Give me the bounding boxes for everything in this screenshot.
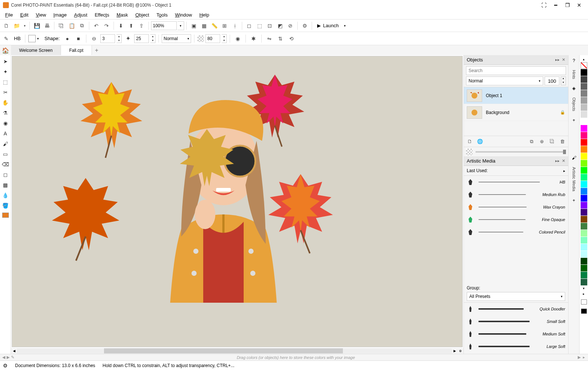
- shape-tool[interactable]: ◻: [1, 170, 10, 179]
- preset-row[interactable]: Quick Doodler: [464, 303, 568, 315]
- objects-opacity-input[interactable]: [545, 77, 559, 85]
- rectangle-tool[interactable]: ▭: [1, 149, 10, 159]
- menu-view[interactable]: View: [32, 11, 50, 18]
- brush-row[interactable]: Fine Opaque: [464, 213, 568, 226]
- color-swatch[interactable]: [581, 97, 587, 104]
- symmetry-button[interactable]: ✱: [249, 34, 258, 43]
- mask-transform-tool[interactable]: ✦: [1, 67, 10, 77]
- combine-button[interactable]: ⧉: [528, 138, 535, 145]
- red-eye-tool[interactable]: ◉: [1, 118, 10, 128]
- color-swatch[interactable]: [581, 265, 587, 271]
- palette-more[interactable]: ▸: [583, 292, 585, 296]
- blend-mode-dropdown[interactable]: Normal▾: [162, 34, 191, 43]
- color-swatch[interactable]: [581, 146, 587, 153]
- tray-next[interactable]: ▶: [7, 355, 10, 360]
- color-swatch[interactable]: [581, 139, 587, 146]
- brush-row[interactable]: Medium Rub: [464, 188, 568, 201]
- size-spinner[interactable]: ▴▾: [116, 34, 122, 43]
- rotate-button[interactable]: ⟲: [287, 34, 296, 43]
- grid-button[interactable]: ▦: [199, 21, 209, 31]
- color-swatch[interactable]: [581, 195, 587, 202]
- preset-row[interactable]: Large Soft: [464, 340, 568, 353]
- pan-tool[interactable]: ✋: [1, 98, 10, 107]
- canvas-viewport[interactable]: [12, 56, 463, 347]
- transparency-slider[interactable]: [476, 151, 566, 153]
- tray-scroll-right[interactable]: ▶: [578, 355, 581, 360]
- snap-button[interactable]: ⟊: [230, 21, 240, 31]
- text-tool[interactable]: A: [1, 129, 10, 138]
- rulers-button[interactable]: 📏: [209, 21, 219, 31]
- color-swatch[interactable]: [581, 174, 587, 181]
- brush-row[interactable]: Wax Crayon: [464, 201, 568, 213]
- group-button[interactable]: ⊕: [538, 138, 545, 145]
- color-swatch[interactable]: [581, 160, 587, 167]
- scroll-left[interactable]: ◀: [11, 348, 17, 354]
- plus-icon[interactable]: +: [571, 117, 577, 124]
- color-swatch[interactable]: [581, 83, 587, 90]
- horizontal-scrollbar[interactable]: ◀ ▶ ⊕: [11, 348, 463, 354]
- maximize-button[interactable]: ❐: [562, 1, 573, 10]
- brush-preset-icon[interactable]: ✎: [1, 34, 11, 43]
- color-swatch[interactable]: [581, 111, 587, 118]
- last-used-expand[interactable]: ▸: [563, 169, 565, 173]
- paint-swatch-dd[interactable]: ▾: [37, 37, 42, 40]
- menu-window[interactable]: Window: [171, 11, 196, 18]
- objects-close[interactable]: ✕: [562, 57, 565, 62]
- menu-object[interactable]: Object: [132, 11, 153, 18]
- tab-file[interactable]: Fall.cpt: [61, 45, 92, 55]
- options-button[interactable]: ⚙: [300, 21, 309, 31]
- export-button[interactable]: ⬆: [126, 21, 136, 31]
- paste-button[interactable]: 📋: [67, 21, 76, 31]
- color-swatch[interactable]: [581, 237, 587, 243]
- clone-tool[interactable]: ⚗: [1, 108, 10, 118]
- color-swatch[interactable]: [581, 279, 587, 285]
- preset-row[interactable]: Medium Soft: [464, 328, 568, 340]
- shape-square[interactable]: ■: [74, 34, 83, 43]
- feather-input[interactable]: [134, 34, 149, 43]
- color-swatch[interactable]: [581, 202, 587, 209]
- color-swatch[interactable]: [581, 251, 587, 257]
- effect-tool[interactable]: 🖌: [1, 139, 10, 149]
- menu-effects[interactable]: Effects: [91, 11, 113, 18]
- color-well-bg[interactable]: [581, 299, 587, 305]
- opacity-input[interactable]: [205, 34, 220, 43]
- scroll-thumb[interactable]: [104, 348, 343, 353]
- menu-mask[interactable]: Mask: [113, 11, 132, 18]
- undo-button[interactable]: ↶: [92, 21, 101, 31]
- menu-adjust[interactable]: Adjust: [70, 11, 91, 18]
- publish-button[interactable]: ⇪: [137, 21, 146, 31]
- objects-search-input[interactable]: [466, 66, 566, 75]
- fill-tool[interactable]: 🪣: [1, 201, 10, 210]
- objects-opacity-spinner[interactable]: ▴▾: [561, 77, 566, 85]
- scroll-right[interactable]: ▶: [452, 348, 458, 354]
- feather-spinner[interactable]: ▴▾: [150, 34, 155, 43]
- size-input[interactable]: [100, 34, 115, 43]
- launch-button[interactable]: ▶Launch▾: [314, 21, 349, 31]
- import-button[interactable]: ⬇: [116, 21, 126, 31]
- remove-mask-button[interactable]: ⊘: [286, 21, 295, 31]
- eyedropper-tool[interactable]: 💧: [1, 191, 10, 200]
- menu-help[interactable]: Help: [196, 11, 213, 18]
- layer-object-1[interactable]: Object 1: [464, 87, 568, 104]
- foreground-color[interactable]: [2, 213, 9, 218]
- tab-objects[interactable]: Objects: [571, 96, 577, 113]
- am-close[interactable]: ✕: [562, 159, 565, 163]
- no-color-swatch[interactable]: [581, 62, 587, 69]
- color-swatch[interactable]: [581, 188, 587, 195]
- color-well-fg[interactable]: [581, 309, 587, 314]
- objects-flyout[interactable]: ▸▸: [555, 57, 560, 62]
- color-swatch[interactable]: [581, 272, 587, 278]
- brush-icon[interactable]: 🖌: [571, 154, 577, 161]
- print-button[interactable]: 🖶: [42, 21, 52, 31]
- tray-prev[interactable]: ◀: [2, 355, 5, 360]
- add-tab-button[interactable]: +: [92, 45, 101, 55]
- color-swatch[interactable]: [581, 69, 587, 76]
- object-marquee-button[interactable]: ⊡: [265, 21, 275, 31]
- antialiasing-button[interactable]: ◉: [233, 34, 243, 43]
- cut-button[interactable]: ⧉: [77, 21, 87, 31]
- new-lens-button[interactable]: 🌐: [476, 138, 484, 145]
- crop-tool[interactable]: ✂: [1, 88, 10, 97]
- delete-layer-button[interactable]: 🗑: [559, 138, 566, 145]
- tab-welcome[interactable]: Welcome Screen: [11, 45, 61, 55]
- invert-mask-button[interactable]: ◩: [275, 21, 285, 31]
